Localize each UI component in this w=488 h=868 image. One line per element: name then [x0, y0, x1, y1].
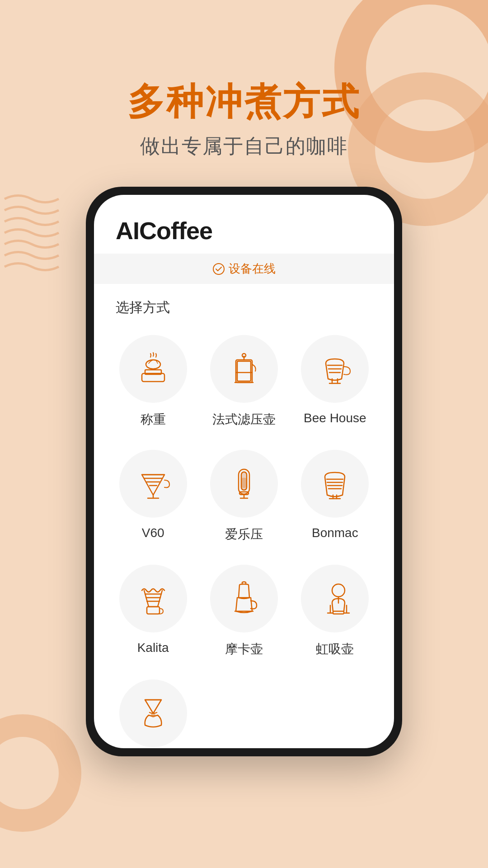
- method-icon-circle-bonmac: [301, 450, 369, 518]
- method-icon-circle-weigh: [119, 335, 187, 403]
- method-name-bonmac: Bonmac: [312, 526, 358, 540]
- method-item-bonmac[interactable]: Bonmac: [290, 441, 380, 556]
- method-item-weigh[interactable]: 称重: [108, 326, 198, 441]
- status-label: 设备在线: [229, 261, 276, 277]
- method-icon-circle-moka-pot: [210, 565, 278, 632]
- app-header: AICoffee: [94, 195, 394, 254]
- method-icon-circle-bee-house: [301, 335, 369, 403]
- section-label: 选择方式: [94, 284, 394, 326]
- svg-rect-37: [333, 611, 344, 614]
- phone-screen: AICoffee 设备在线 选择方式: [94, 195, 394, 748]
- method-icon-circle-siphon: [301, 565, 369, 632]
- svg-point-32: [332, 584, 345, 597]
- method-icon-circle-aeropress: [210, 450, 278, 518]
- svg-point-3: [146, 360, 160, 369]
- header-section: 多种冲煮方式 做出专属于自己的咖啡: [0, 0, 488, 160]
- methods-grid: 称重 法式滤压壶: [94, 326, 394, 748]
- svg-rect-29: [147, 607, 160, 614]
- method-item-v60[interactable]: V60: [108, 441, 198, 556]
- sub-title: 做出专属于自己的咖啡: [0, 133, 488, 160]
- main-title: 多种冲煮方式: [0, 81, 488, 122]
- method-icon-circle-chemex: [119, 679, 187, 747]
- method-name-kalita: Kalita: [137, 641, 169, 655]
- phone-mockup: AICoffee 设备在线 选择方式: [86, 187, 402, 756]
- method-name-siphon: 虹吸壶: [316, 641, 354, 658]
- status-text: 设备在线: [94, 261, 394, 277]
- bg-circle-bottom-left: [0, 714, 81, 832]
- app-title: AICoffee: [116, 217, 372, 245]
- svg-rect-5: [237, 361, 251, 381]
- svg-point-39: [151, 713, 155, 717]
- method-item-aeropress[interactable]: 爱乐压: [198, 441, 289, 556]
- method-item-bee-house[interactable]: Bee House: [290, 326, 380, 441]
- method-item-french-press[interactable]: 法式滤压壶: [198, 326, 289, 441]
- method-name-french-press: 法式滤压壶: [212, 411, 276, 428]
- method-item-siphon[interactable]: 虹吸壶: [290, 556, 380, 670]
- method-icon-circle-kalita: [119, 565, 187, 632]
- method-item-kalita[interactable]: Kalita: [108, 556, 198, 670]
- status-bar: 设备在线: [94, 254, 394, 284]
- method-name-v60: V60: [142, 526, 164, 540]
- method-item-moka-pot[interactable]: 摩卡壶: [198, 556, 289, 670]
- method-name-bee-house: Bee House: [304, 411, 366, 425]
- method-icon-circle-french-press: [210, 335, 278, 403]
- method-item-chemex[interactable]: Chemex: [108, 670, 198, 748]
- svg-point-0: [213, 264, 224, 274]
- method-name-weigh: 称重: [141, 411, 166, 428]
- wave-decoration: [0, 190, 68, 280]
- svg-rect-21: [242, 478, 246, 487]
- method-name-aeropress: 爱乐压: [225, 526, 263, 543]
- method-name-moka-pot: 摩卡壶: [225, 641, 263, 658]
- check-circle-icon: [212, 263, 225, 275]
- method-icon-circle-v60: [119, 450, 187, 518]
- svg-point-8: [242, 354, 246, 357]
